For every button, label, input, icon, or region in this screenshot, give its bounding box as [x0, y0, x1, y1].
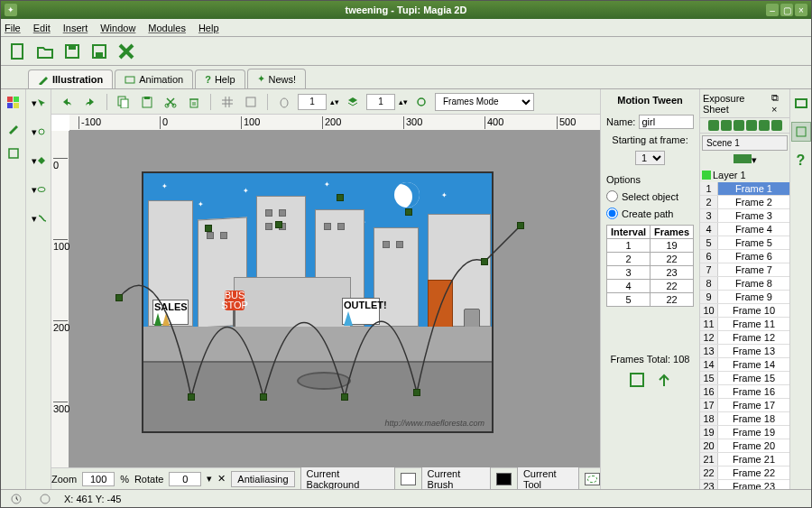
grid2-icon[interactable] — [241, 92, 261, 112]
fill-tool-icon[interactable]: ▾ — [29, 151, 49, 171]
tab-news[interactable]: ✦News! — [247, 69, 307, 88]
exposure-icon[interactable] — [791, 122, 811, 142]
open-icon[interactable] — [35, 42, 55, 61]
frame-row[interactable]: 19Frame 19 — [700, 426, 789, 439]
frame-row[interactable]: 4Frame 4 — [700, 223, 789, 236]
es-lock-icon[interactable] — [759, 120, 770, 131]
help-icon[interactable]: ? — [791, 151, 811, 171]
frame-row[interactable]: 8Frame 8 — [700, 277, 789, 291]
frame-row[interactable]: 7Frame 7 — [700, 263, 789, 277]
delete-icon[interactable] — [184, 92, 204, 112]
frames-mode-select[interactable]: Frames Mode — [435, 93, 534, 111]
path-handle[interactable] — [275, 221, 282, 228]
frame-row[interactable]: 1Frame 1 — [700, 182, 789, 196]
path-handle[interactable] — [413, 389, 420, 396]
select-object-radio[interactable] — [606, 190, 618, 202]
frame-row[interactable]: 16Frame 16 — [700, 385, 789, 399]
create-path-radio[interactable] — [606, 208, 618, 219]
es-add-icon[interactable] — [708, 120, 719, 131]
frame-row[interactable]: 13Frame 13 — [700, 345, 789, 358]
layers-icon[interactable] — [343, 92, 363, 112]
pen-icon[interactable] — [4, 118, 23, 138]
es-remove-icon[interactable] — [721, 120, 732, 131]
frame-row[interactable]: 11Frame 11 — [700, 318, 789, 331]
menu-modules[interactable]: Modules — [148, 23, 186, 33]
zoom-input[interactable] — [82, 472, 115, 486]
path-handle[interactable] — [205, 225, 212, 232]
tab-animation[interactable]: Animation — [115, 69, 193, 88]
brush-swatch[interactable] — [496, 473, 512, 485]
menu-help[interactable]: Help — [198, 23, 219, 33]
save-tween-icon[interactable] — [627, 370, 647, 390]
curbrush-button[interactable]: Current Brush — [421, 466, 491, 490]
frame-row[interactable]: 2Frame 2 — [700, 196, 789, 209]
menu-insert[interactable]: Insert — [63, 23, 88, 33]
antialias-button[interactable]: Antialiasing — [231, 471, 294, 487]
path-handle[interactable] — [115, 294, 123, 301]
scenes-icon[interactable] — [791, 93, 811, 113]
tool-swatch[interactable] — [585, 473, 600, 485]
menu-file[interactable]: File — [5, 23, 21, 33]
tab-illustration[interactable]: Illustration — [28, 69, 113, 88]
frame-row[interactable]: 5Frame 5 — [700, 236, 789, 250]
frame-row[interactable]: 22Frame 22 — [700, 466, 789, 480]
curbg-button[interactable]: Current Background — [300, 466, 395, 490]
menu-window[interactable]: Window — [100, 23, 135, 33]
path-handle[interactable] — [517, 222, 524, 229]
tab-help[interactable]: ?Help — [195, 69, 245, 88]
rotate-input[interactable] — [169, 472, 201, 486]
tween-name-input[interactable] — [639, 115, 694, 129]
path-handle[interactable] — [188, 393, 195, 401]
refresh-icon[interactable] — [411, 92, 431, 112]
copy-icon[interactable] — [114, 92, 134, 112]
layer-label[interactable]: Layer 1 — [713, 170, 746, 180]
frame-row[interactable]: 14Frame 14 — [700, 358, 789, 372]
minimize-button[interactable]: – — [766, 4, 779, 16]
node-tool-icon[interactable]: ▾ — [29, 122, 49, 142]
apply-tween-icon[interactable] — [654, 370, 674, 390]
canvas[interactable]: ✦✦ ✦✦ ✦✦ ✦✦ ✦✦ — [69, 131, 600, 467]
paste-icon[interactable] — [137, 92, 157, 112]
es-up-icon[interactable] — [734, 120, 744, 131]
select-tool-icon[interactable]: ▾ — [29, 93, 49, 113]
es-expand-icon[interactable] — [771, 120, 782, 131]
frame-spin-2[interactable] — [366, 94, 395, 110]
scene-label[interactable]: Scene 1 — [702, 135, 788, 151]
path-handle[interactable] — [341, 393, 348, 401]
frame-row[interactable]: 15Frame 15 — [700, 372, 789, 385]
view-tool-icon[interactable]: ▾ — [29, 180, 49, 199]
tween-tool-icon[interactable]: ▾ — [29, 208, 49, 228]
frame-row[interactable]: 9Frame 9 — [700, 291, 789, 304]
path-handle[interactable] — [337, 194, 344, 201]
frame-row[interactable]: 21Frame 21 — [700, 453, 789, 466]
close-project-icon[interactable] — [116, 42, 136, 61]
bg-swatch[interactable] — [401, 473, 416, 485]
saveas-icon[interactable] — [89, 42, 109, 61]
new-icon[interactable] — [8, 42, 28, 61]
palette-icon[interactable] — [4, 93, 23, 113]
frame-row[interactable]: 17Frame 17 — [700, 399, 789, 412]
frame-row[interactable]: 20Frame 20 — [700, 439, 789, 453]
close-button[interactable]: × — [795, 4, 807, 16]
es-down-icon[interactable] — [746, 120, 757, 131]
undo-icon[interactable] — [57, 92, 77, 112]
menu-edit[interactable]: Edit — [33, 23, 51, 33]
maximize-button[interactable]: ▢ — [780, 4, 793, 16]
path-handle[interactable] — [260, 393, 267, 401]
start-frame-select[interactable]: 1 — [635, 151, 665, 165]
frame-row[interactable]: 12Frame 12 — [700, 331, 789, 345]
frame-row[interactable]: 18Frame 18 — [700, 412, 789, 426]
cut-icon[interactable] — [161, 92, 180, 112]
frame-row[interactable]: 6Frame 6 — [700, 250, 789, 263]
frame-row[interactable]: 23Frame 23 — [700, 480, 789, 489]
detach-icon[interactable]: ⧉ × — [771, 92, 787, 115]
grid-icon[interactable] — [217, 92, 237, 112]
library-icon[interactable] — [4, 143, 23, 163]
path-handle[interactable] — [405, 208, 412, 216]
frame-spin-1[interactable] — [298, 94, 327, 110]
path-handle[interactable] — [481, 258, 488, 265]
curtool-button[interactable]: Current Tool — [517, 466, 579, 490]
redo-icon[interactable] — [80, 92, 100, 112]
frame-row[interactable]: 3Frame 3 — [700, 209, 789, 223]
save-icon[interactable] — [62, 42, 82, 61]
